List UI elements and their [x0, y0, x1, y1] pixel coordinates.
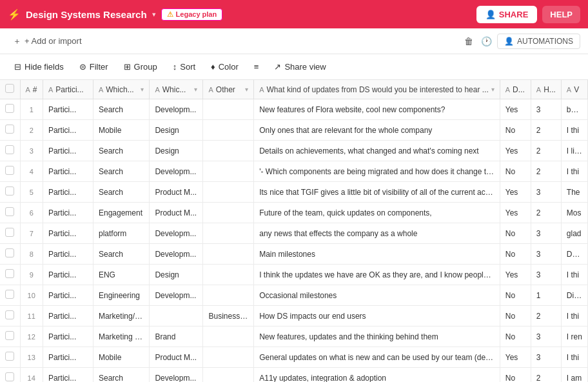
- table-row: 13 Partici... Mobile Product M... Genera…: [0, 347, 588, 368]
- table-row: 10 Partici... Engineering Developm... Oc…: [0, 285, 588, 306]
- th-other[interactable]: A Other ▾: [203, 80, 254, 99]
- col4-icon: A: [208, 86, 213, 94]
- group-button[interactable]: ⊞ Group: [117, 59, 164, 75]
- row-num: 8: [20, 244, 43, 265]
- row-which2: Product M...: [150, 203, 203, 223]
- history-icon[interactable]: 🕐: [478, 34, 495, 49]
- row-checkbox[interactable]: [5, 248, 14, 257]
- row-checkbox[interactable]: [5, 310, 14, 319]
- row-d: Yes: [500, 203, 531, 223]
- row-other: [203, 244, 254, 265]
- row-checkbox-cell[interactable]: [0, 265, 20, 285]
- row-which1: Search: [93, 141, 149, 161]
- row-num: 6: [20, 203, 43, 223]
- toolbar: ＋ + Add or import 🗑 🕐 👤 AUTOMATIONS: [0, 28, 588, 54]
- project-dropdown-arrow[interactable]: ▾: [152, 10, 156, 19]
- row-updates: How DS impacts our end users: [254, 306, 500, 327]
- row-checkbox-cell[interactable]: [0, 161, 20, 182]
- row-num: 2: [20, 120, 43, 141]
- row-checkbox[interactable]: [5, 166, 14, 175]
- row-checkbox-cell[interactable]: [0, 244, 20, 265]
- row-checkbox-cell[interactable]: [0, 223, 20, 244]
- th-which1[interactable]: A Which... ▾: [93, 80, 149, 99]
- table-row: 5 Partici... Search Product M... Its nic…: [0, 182, 588, 203]
- help-button[interactable]: HELP: [542, 6, 580, 23]
- row-d: No: [500, 120, 531, 141]
- share-button[interactable]: 👤 SHARE: [476, 6, 538, 23]
- sort-button[interactable]: ↕ Sort: [166, 59, 202, 75]
- th-checkbox[interactable]: [0, 80, 20, 99]
- col6-icon: A: [505, 86, 510, 94]
- row-which1: Search: [93, 161, 149, 182]
- th-v[interactable]: A V: [561, 80, 587, 99]
- data-table: A # A Partici... A Which... ▾: [0, 80, 588, 382]
- row-d: No: [500, 327, 531, 347]
- sort-icon: ↕: [173, 62, 177, 72]
- row-checkbox-cell[interactable]: [0, 285, 20, 306]
- trash-icon[interactable]: 🗑: [462, 34, 476, 49]
- row-which2: Brand: [150, 327, 203, 347]
- row-which1: platform: [93, 223, 149, 244]
- color-button[interactable]: ♦ Color: [204, 59, 245, 75]
- list-view-button[interactable]: ≡: [248, 59, 266, 75]
- th-d[interactable]: A D...: [500, 80, 531, 99]
- row-checkbox-cell[interactable]: [0, 347, 20, 368]
- row-which1: Search: [93, 99, 149, 120]
- row-checkbox[interactable]: [5, 125, 14, 134]
- th-num[interactable]: A #: [20, 80, 43, 99]
- row-checkbox-cell[interactable]: [0, 141, 20, 161]
- row-updates: New features, updates and the thinking b…: [254, 327, 500, 347]
- row-v: I am: [561, 368, 587, 383]
- th-which2[interactable]: A Whic... ▾: [150, 80, 203, 99]
- row-which1: Engagement: [93, 203, 149, 223]
- row-num: 3: [20, 141, 43, 161]
- row-participant: Partici...: [43, 306, 93, 327]
- share-view-button[interactable]: ↗ Share view: [268, 59, 332, 75]
- row-checkbox[interactable]: [5, 331, 14, 340]
- row-checkbox[interactable]: [5, 207, 14, 216]
- row-other: [203, 327, 254, 347]
- row-checkbox-cell[interactable]: [0, 203, 20, 223]
- row-which2: Design: [150, 265, 203, 285]
- row-checkbox[interactable]: [5, 290, 14, 299]
- color-icon: ♦: [211, 62, 215, 72]
- top-bar: ⚡ Design Systems Research ▾ ⚠ Legacy pla…: [0, 0, 588, 28]
- table-row: 9 Partici... ENG Design I think the upda…: [0, 265, 588, 285]
- header-checkbox[interactable]: [5, 84, 14, 93]
- row-h: 2: [531, 368, 561, 383]
- th-updates[interactable]: A What kind of updates from DS would you…: [254, 80, 500, 99]
- row-checkbox-cell[interactable]: [0, 368, 20, 383]
- row-checkbox[interactable]: [5, 186, 14, 196]
- row-checkbox-cell[interactable]: [0, 327, 20, 347]
- row-checkbox-cell[interactable]: [0, 99, 20, 120]
- row-checkbox-cell[interactable]: [0, 182, 20, 203]
- row-checkbox[interactable]: [5, 269, 14, 278]
- automations-button[interactable]: 👤 AUTOMATIONS: [497, 34, 580, 49]
- row-checkbox-cell[interactable]: [0, 120, 20, 141]
- filter-button[interactable]: ⊜ Filter: [73, 59, 115, 75]
- share-label: SHARE: [499, 10, 529, 19]
- row-which2: Design: [150, 141, 203, 161]
- row-other: [203, 265, 254, 285]
- th-h[interactable]: A H...: [531, 80, 561, 99]
- row-other: [203, 99, 254, 120]
- table-row: 14 Partici... Search Developm... A11y up…: [0, 368, 588, 383]
- th-participant[interactable]: A Partici...: [43, 80, 93, 99]
- row-participant: Partici...: [43, 285, 93, 306]
- share-view-icon: ↗: [274, 62, 281, 72]
- row-updates: Main milestones: [254, 244, 500, 265]
- add-import-button[interactable]: ＋ + Add or import: [8, 33, 87, 50]
- hide-fields-button[interactable]: ⊟ Hide fields: [8, 59, 70, 75]
- row-v: Didn: [561, 285, 587, 306]
- row-checkbox[interactable]: [5, 228, 14, 237]
- legacy-badge: ⚠ Legacy plan: [161, 8, 223, 21]
- hide-icon: ⊟: [14, 62, 21, 72]
- row-which2: Developm...: [150, 285, 203, 306]
- row-v: I thi: [561, 347, 587, 368]
- row-checkbox[interactable]: [5, 104, 14, 113]
- row-updates: Only ones that are relevant for the whol…: [254, 120, 500, 141]
- row-checkbox[interactable]: [5, 145, 14, 154]
- row-checkbox-cell[interactable]: [0, 306, 20, 327]
- row-checkbox[interactable]: [5, 352, 14, 361]
- row-checkbox[interactable]: [5, 372, 14, 381]
